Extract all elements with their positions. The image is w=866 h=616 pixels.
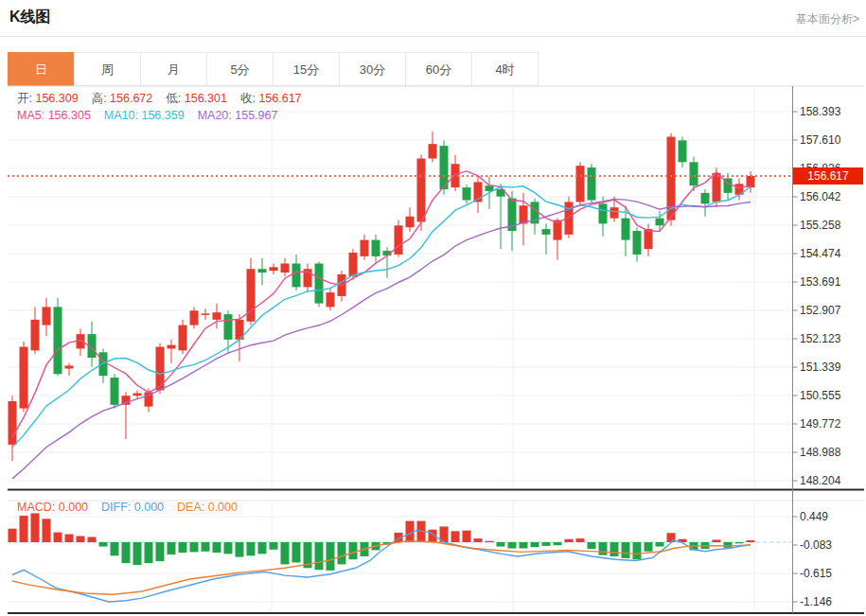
price-axis-label: 149.772 <box>800 416 862 431</box>
diff-line <box>12 531 751 602</box>
macd-readout: MACD: 0.000DIFF: 0.000DEA: 0.000 <box>17 501 251 514</box>
readout-item: MA20: 155.967 <box>198 109 278 122</box>
price-axis-label: 148.988 <box>800 445 862 460</box>
price-axis-label: 152.907 <box>800 303 862 318</box>
price-axis-label: 150.555 <box>800 388 862 403</box>
kline-chart-page: K线图 基本面分析> 日周月5分15分30分60分4时 开: 156.309高:… <box>0 0 866 616</box>
price-axis-label: 154.474 <box>800 246 862 261</box>
price-axis-label: 148.204 <box>800 473 862 488</box>
current-price-badge: 156.617 <box>793 167 863 185</box>
price-axis-label: 153.691 <box>800 274 862 290</box>
price-axis-label: 151.339 <box>800 360 862 375</box>
readout-item: 收: 156.617 <box>240 92 302 105</box>
price-axis-label: 158.393 <box>800 104 862 119</box>
price-axis-label: 156.042 <box>800 189 862 204</box>
readout-item: 高: 156.672 <box>92 92 153 105</box>
macd-axis-label: -0.615 <box>800 566 862 581</box>
price-axis-label: 152.123 <box>800 331 862 346</box>
candles-group <box>9 132 755 479</box>
readout-item: 低: 156.301 <box>166 92 227 105</box>
readout-item: DEA: 0.000 <box>177 501 238 514</box>
readout-item: MA5: 156.305 <box>17 109 91 122</box>
readout-item: MA10: 156.359 <box>104 109 185 122</box>
macd-axis-label: 0.449 <box>800 509 862 524</box>
ohlc-readout: 开: 156.309高: 156.672低: 156.301收: 156.617 <box>17 91 315 107</box>
readout-item: DIFF: 0.000 <box>101 501 164 514</box>
macd-axis-label: -0.083 <box>800 537 862 553</box>
price-axis-label: 157.610 <box>800 132 862 148</box>
readout-item: 开: 156.309 <box>17 92 79 105</box>
readout-item: MACD: 0.000 <box>17 501 88 514</box>
ma-readout: MA5: 156.305MA10: 156.359MA20: 155.967 <box>17 109 291 122</box>
macd-axis-label: -1.146 <box>800 594 862 609</box>
price-axis-label: 155.258 <box>800 218 862 233</box>
